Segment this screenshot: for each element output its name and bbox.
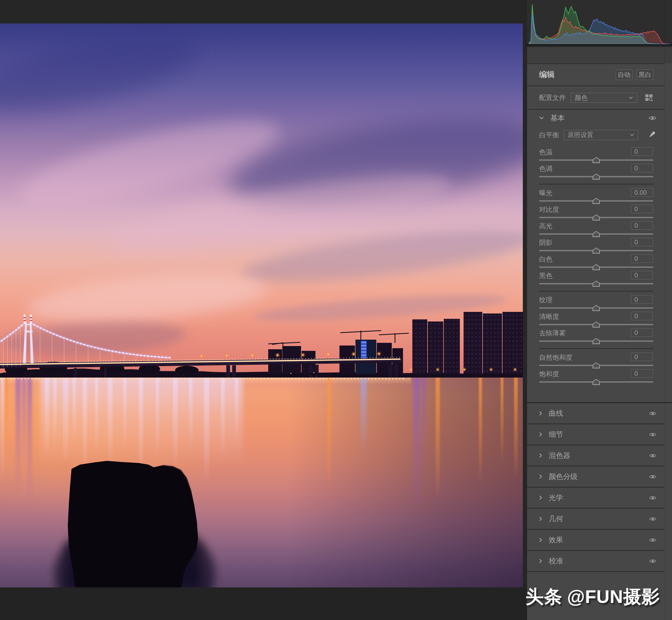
slider-value-field[interactable]: 0.00 bbox=[631, 188, 653, 197]
slider-value-field[interactable]: 0 bbox=[631, 295, 653, 304]
slider-label: 阴影 bbox=[539, 238, 552, 247]
slider-value-field[interactable]: 0 bbox=[631, 205, 653, 213]
section-title: 几何 bbox=[549, 514, 563, 524]
slider-shadows: 阴影 0 bbox=[539, 238, 653, 254]
chevron-right-icon[interactable] bbox=[539, 537, 542, 542]
slider-value-field[interactable]: 0 bbox=[631, 271, 653, 279]
eye-icon[interactable] bbox=[649, 115, 657, 121]
slider-label: 自然饱和度 bbox=[539, 353, 572, 362]
scene-silhouettes bbox=[0, 23, 523, 587]
slider-thumb[interactable] bbox=[593, 379, 600, 385]
eye-icon[interactable] bbox=[649, 559, 657, 564]
slider-thumb[interactable] bbox=[593, 198, 600, 204]
slider-value-field[interactable]: 0 bbox=[631, 254, 653, 263]
slider-value-field[interactable]: 0 bbox=[631, 164, 653, 172]
slider-value-field[interactable]: 0 bbox=[631, 328, 653, 337]
section-geometry[interactable]: 几何 bbox=[527, 509, 672, 530]
white-balance-select[interactable]: 原照设置 bbox=[563, 130, 638, 140]
slider-contrast: 对比度 0 bbox=[539, 205, 653, 221]
slider-thumb[interactable] bbox=[593, 305, 600, 311]
eye-icon[interactable] bbox=[649, 495, 657, 500]
edit-header-row: 编辑 自动 黑白 bbox=[527, 64, 672, 86]
slider-thumb[interactable] bbox=[593, 231, 600, 237]
slider-value-field[interactable]: 0 bbox=[631, 369, 653, 378]
section-detail[interactable]: 细节 bbox=[527, 424, 672, 446]
profile-label: 配置文件 bbox=[539, 93, 566, 102]
divider bbox=[539, 184, 653, 185]
slider-value-field[interactable]: 0 bbox=[631, 238, 653, 247]
slider-thumb[interactable] bbox=[593, 264, 600, 270]
bridge-tower bbox=[23, 315, 34, 363]
profile-browser-icon[interactable] bbox=[645, 94, 653, 102]
slider-label: 黑色 bbox=[539, 271, 552, 280]
section-color-grading[interactable]: 颜色分级 bbox=[527, 466, 672, 487]
white-balance-value: 原照设置 bbox=[568, 131, 593, 139]
section-color-mixer[interactable]: 混色器 bbox=[527, 446, 672, 466]
watermark-handle: @FUN摄影 bbox=[567, 586, 660, 607]
histogram-chart bbox=[527, 0, 672, 47]
auto-button[interactable]: 自动 bbox=[616, 69, 632, 80]
slider-label: 白色 bbox=[539, 255, 552, 264]
section-effects[interactable]: 效果 bbox=[527, 530, 672, 551]
chevron-right-icon[interactable] bbox=[539, 453, 542, 458]
section-optics[interactable]: 光学 bbox=[527, 487, 672, 509]
basic-sliders: 色温 0 色调 0 曝光 0.00 对比度 0 bbox=[527, 143, 672, 402]
eye-icon[interactable] bbox=[649, 516, 657, 521]
city-buildings-center bbox=[339, 340, 403, 374]
slider-thumb[interactable] bbox=[593, 321, 600, 328]
slider-clarity: 清晰度 0 bbox=[539, 312, 653, 328]
eye-icon[interactable] bbox=[649, 474, 657, 479]
tool-strip bbox=[527, 47, 672, 63]
chevron-right-icon[interactable] bbox=[539, 559, 542, 563]
basic-section-title: 基本 bbox=[550, 113, 565, 123]
profile-select[interactable]: 颜色 bbox=[571, 93, 637, 103]
slider-exposure: 曝光 0.00 bbox=[539, 188, 653, 205]
chevron-right-icon[interactable] bbox=[539, 495, 542, 500]
slider-value-field[interactable]: 0 bbox=[631, 221, 653, 230]
divider bbox=[539, 348, 653, 349]
section-curves[interactable]: 曲线 bbox=[527, 403, 672, 424]
eye-icon[interactable] bbox=[649, 537, 657, 542]
chevron-right-icon[interactable] bbox=[539, 474, 542, 479]
chevron-right-icon[interactable] bbox=[539, 516, 542, 521]
eyedropper-icon[interactable] bbox=[647, 130, 657, 140]
section-title: 曲线 bbox=[549, 409, 563, 418]
slider-thumb[interactable] bbox=[593, 248, 600, 254]
slider-thumb[interactable] bbox=[593, 280, 600, 287]
chevron-right-icon[interactable] bbox=[539, 432, 542, 437]
slider-value-field[interactable]: 0 bbox=[631, 147, 653, 156]
slider-thumb[interactable] bbox=[593, 214, 600, 220]
basic-section-header[interactable]: 基本 bbox=[527, 110, 672, 126]
panel-scrollbar-gutter[interactable] bbox=[665, 0, 665, 620]
slider-label: 纹理 bbox=[539, 296, 552, 304]
eye-icon[interactable] bbox=[649, 411, 657, 416]
canvas-bottom-margin bbox=[0, 587, 527, 620]
profile-value: 颜色 bbox=[575, 94, 588, 102]
chevron-right-icon[interactable] bbox=[539, 411, 542, 416]
slider-saturation: 饱和度 0 bbox=[539, 369, 653, 385]
histogram[interactable] bbox=[527, 0, 672, 47]
section-title: 效果 bbox=[549, 535, 563, 545]
app-window: 编辑 自动 黑白 配置文件 颜色 bbox=[0, 0, 672, 620]
black-white-button[interactable]: 黑白 bbox=[636, 69, 653, 80]
slider-value-field[interactable]: 0 bbox=[631, 353, 653, 361]
chevron-down-icon[interactable] bbox=[539, 116, 544, 120]
profile-row: 配置文件 颜色 bbox=[527, 86, 672, 109]
slider-texture: 纹理 0 bbox=[539, 295, 653, 312]
foreground-rock bbox=[55, 461, 215, 587]
eye-icon[interactable] bbox=[649, 453, 657, 458]
section-title: 校准 bbox=[549, 556, 563, 566]
slider-thumb[interactable] bbox=[593, 338, 600, 344]
slider-thumb[interactable] bbox=[593, 173, 600, 180]
slider-thumb[interactable] bbox=[593, 157, 600, 163]
eye-icon[interactable] bbox=[649, 432, 657, 437]
slider-blacks: 黑色 0 bbox=[539, 271, 653, 287]
slider-label: 对比度 bbox=[539, 205, 559, 214]
section-title: 颜色分级 bbox=[549, 472, 577, 481]
photo-viewport[interactable] bbox=[0, 23, 523, 587]
section-title: 混色器 bbox=[549, 451, 570, 460]
slider-value-field[interactable]: 0 bbox=[631, 312, 653, 320]
slider-thumb[interactable] bbox=[593, 362, 600, 368]
slider-label: 去除薄雾 bbox=[539, 329, 566, 338]
section-calibration[interactable]: 校准 bbox=[527, 551, 672, 572]
